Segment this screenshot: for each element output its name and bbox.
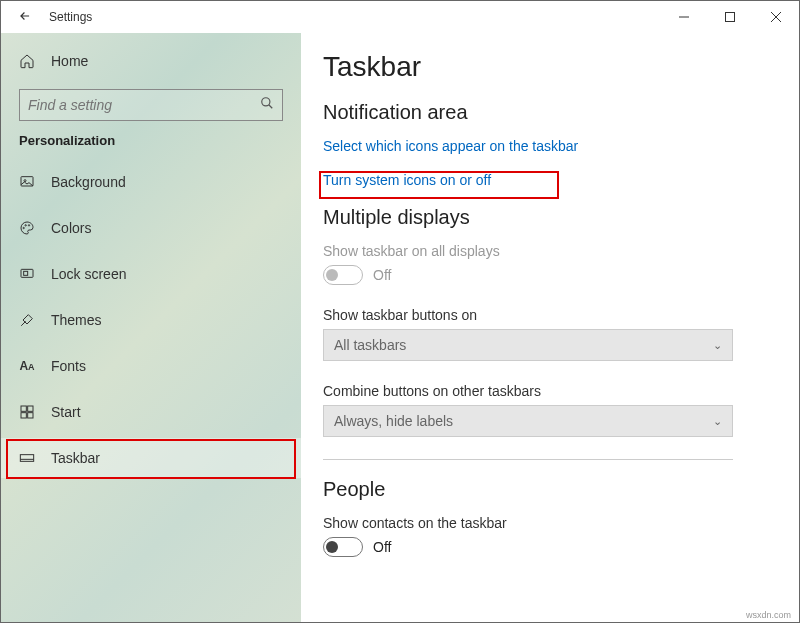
close-button[interactable] (753, 1, 799, 33)
home-icon (19, 53, 35, 69)
main-area: Home Personalization Background Colors L… (1, 33, 799, 622)
combine-value: Always, hide labels (334, 413, 453, 429)
sidebar-item-label: Background (51, 174, 126, 190)
content-pane: Taskbar Notification area Select which i… (301, 33, 799, 622)
start-icon (19, 404, 35, 420)
svg-point-4 (262, 98, 270, 106)
sidebar-item-themes[interactable]: Themes (1, 300, 301, 340)
svg-rect-16 (28, 413, 33, 418)
window-title: Settings (49, 10, 661, 24)
sidebar-item-label: Start (51, 404, 81, 420)
contacts-label: Show contacts on the taskbar (323, 515, 771, 531)
watermark: wsxdn.com (746, 610, 791, 620)
section-multiple-heading: Multiple displays (323, 206, 771, 229)
show-all-displays-state: Off (373, 267, 391, 283)
sidebar-item-label: Fonts (51, 358, 86, 374)
combine-dropdown[interactable]: Always, hide labels ⌄ (323, 405, 733, 437)
contacts-toggle[interactable] (323, 537, 363, 557)
svg-rect-17 (20, 455, 33, 462)
back-button[interactable] (1, 9, 49, 26)
category-label: Personalization (1, 133, 301, 162)
sidebar-item-label: Themes (51, 312, 102, 328)
svg-rect-11 (21, 269, 33, 277)
show-all-displays-label: Show taskbar on all displays (323, 243, 771, 259)
home-label: Home (51, 53, 88, 69)
svg-rect-15 (21, 413, 26, 418)
svg-rect-14 (28, 406, 33, 411)
divider (323, 459, 733, 460)
section-notification-heading: Notification area (323, 101, 771, 124)
sidebar-item-label: Taskbar (51, 450, 100, 466)
show-all-displays-toggle (323, 265, 363, 285)
link-system-icons[interactable]: Turn system icons on or off (323, 172, 771, 188)
minimize-button[interactable] (661, 1, 707, 33)
maximize-button[interactable] (707, 1, 753, 33)
buttons-on-label: Show taskbar buttons on (323, 307, 771, 323)
section-people-heading: People (323, 478, 771, 501)
home-button[interactable]: Home (1, 41, 301, 81)
sidebar-item-label: Lock screen (51, 266, 126, 282)
svg-rect-1 (726, 13, 735, 22)
link-select-icons[interactable]: Select which icons appear on the taskbar (323, 138, 771, 154)
lockscreen-icon (19, 266, 35, 282)
palette-icon (19, 220, 35, 236)
svg-rect-13 (21, 406, 26, 411)
fonts-icon: AA (19, 358, 35, 374)
sidebar-item-lockscreen[interactable]: Lock screen (1, 254, 301, 294)
contacts-toggle-row: Off (323, 537, 771, 557)
search-box[interactable] (19, 89, 283, 121)
show-all-displays-toggle-row: Off (323, 265, 771, 285)
page-title: Taskbar (323, 51, 771, 83)
picture-icon (19, 174, 35, 190)
chevron-down-icon: ⌄ (713, 339, 722, 352)
sidebar: Home Personalization Background Colors L… (1, 33, 301, 622)
search-icon (260, 96, 274, 114)
svg-point-8 (23, 227, 24, 228)
search-input[interactable] (28, 97, 260, 113)
svg-rect-12 (24, 271, 28, 275)
combine-label: Combine buttons on other taskbars (323, 383, 771, 399)
titlebar: Settings (1, 1, 799, 33)
svg-point-7 (24, 180, 26, 182)
chevron-down-icon: ⌄ (713, 415, 722, 428)
buttons-on-dropdown[interactable]: All taskbars ⌄ (323, 329, 733, 361)
sidebar-item-start[interactable]: Start (1, 392, 301, 432)
taskbar-icon (19, 450, 35, 466)
sidebar-item-label: Colors (51, 220, 91, 236)
sidebar-item-taskbar[interactable]: Taskbar (1, 438, 301, 478)
sidebar-item-fonts[interactable]: AA Fonts (1, 346, 301, 386)
sidebar-item-background[interactable]: Background (1, 162, 301, 202)
svg-point-9 (25, 225, 26, 226)
buttons-on-value: All taskbars (334, 337, 406, 353)
contacts-state: Off (373, 539, 391, 555)
svg-point-10 (28, 225, 29, 226)
themes-icon (19, 312, 35, 328)
sidebar-item-colors[interactable]: Colors (1, 208, 301, 248)
svg-line-5 (269, 105, 273, 109)
window-controls (661, 1, 799, 33)
